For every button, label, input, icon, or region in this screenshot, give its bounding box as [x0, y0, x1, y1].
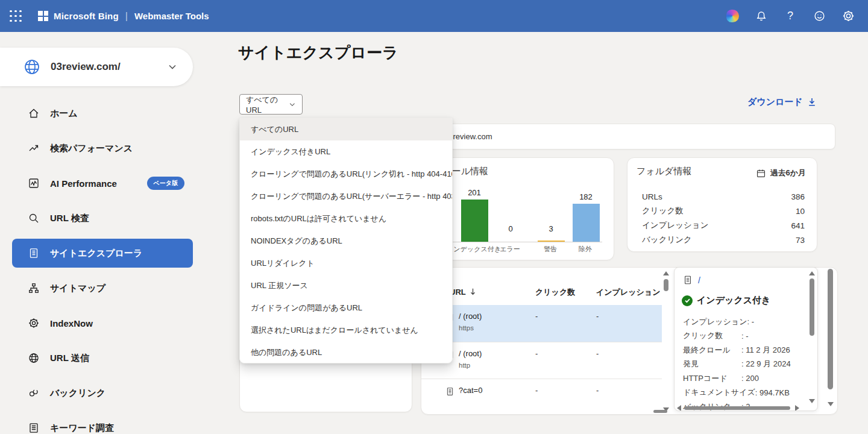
chart-bar-3 — [573, 204, 600, 242]
folder-info-rows: URLs386クリック数10インプレッション641バックリンク73 — [642, 189, 805, 247]
file-icon — [683, 275, 693, 285]
sidebar-item-sitemaps[interactable]: サイトマップ — [12, 274, 193, 303]
row-scheme: http — [459, 362, 470, 369]
site-name: 03review.com/ — [51, 61, 121, 73]
dropdown-option[interactable]: URLリダイレクト — [240, 252, 452, 274]
dropdown-option[interactable]: 他の問題のあるURL — [240, 341, 452, 363]
url-filter-dropdown-button[interactable]: すべてのURL — [239, 94, 303, 115]
microsoft-logo-icon — [38, 11, 48, 21]
table-row[interactable]: / (root)http-- — [421, 342, 662, 379]
dropdown-option[interactable]: ガイドラインの問題があるURL — [240, 297, 452, 319]
table-row[interactable]: / (root)https-- — [421, 305, 662, 342]
period-selector[interactable]: 過去6か月 — [756, 168, 806, 178]
site-selector[interactable]: 03review.com/ — [0, 48, 193, 86]
row-scheme: https — [459, 324, 474, 332]
sidebar-item-label: AI Performance — [50, 178, 117, 189]
help-icon[interactable]: ? — [784, 10, 797, 23]
chevron-down-icon — [168, 62, 177, 72]
dropdown-option[interactable]: クローリングで問題のあるURL(リンク切れ - http 404-410) — [240, 163, 452, 185]
sidebar-item-ai-performance[interactable]: AI Performance ベータ版 — [12, 169, 193, 198]
dropdown-option[interactable]: robots.txtのURLは許可されていません — [240, 207, 452, 230]
feedback-smiley-icon[interactable] — [813, 10, 826, 23]
chevron-down-icon — [289, 101, 296, 108]
dropdown-option[interactable]: URL 正規ソース — [240, 274, 452, 297]
table-horizontal-scrollbar[interactable] — [653, 410, 667, 413]
url-search-bar[interactable]: 03review.com — [424, 124, 835, 149]
row-impressions: - — [596, 312, 599, 321]
sidebar-item-label: キーワード調査 — [50, 423, 114, 434]
sort-descending-icon — [468, 287, 477, 297]
sidebar-item-home[interactable]: ホーム — [12, 99, 193, 128]
brand-title[interactable]: Microsoft Bing — [54, 11, 119, 21]
sitemap-icon — [28, 282, 40, 294]
table-vertical-scrollbar[interactable] — [662, 269, 671, 414]
trend-icon — [28, 142, 40, 154]
url-table-body: / (root)https--/ (root)http--?cat=0-- — [421, 305, 662, 409]
document-list-icon — [28, 247, 40, 259]
link-icon — [28, 387, 40, 399]
sidebar-item-keyword-research[interactable]: キーワード調査 — [12, 414, 193, 434]
globe-icon — [28, 352, 40, 364]
notifications-bell-icon[interactable] — [755, 10, 768, 23]
file-icon — [445, 386, 454, 397]
download-icon — [807, 97, 817, 107]
folder-info-row: URLs386 — [642, 189, 805, 204]
detail-row: 最終クロール: 11 2 月 2026 — [683, 343, 810, 357]
sidebar-item-label: URL 送信 — [50, 353, 89, 364]
dropdown-option[interactable]: 選択されたURLはまだクロールされていません — [240, 319, 452, 341]
chart-bar-value: 182 — [568, 192, 604, 201]
gear-icon — [28, 317, 40, 329]
keyword-list-icon — [28, 422, 40, 434]
sidebar-item-url-submission[interactable]: URL 送信 — [12, 344, 193, 373]
download-link[interactable]: ダウンロード — [747, 96, 817, 108]
row-impressions: - — [596, 349, 599, 358]
folder-info-card: フォルダ情報 過去6か月 URLs386クリック数10インプレッション641バッ… — [627, 157, 817, 252]
chart-bar-0 — [461, 200, 488, 242]
top-app-bar: Microsoft Bing | Webmaster Tools ? — [0, 0, 868, 32]
sidebar-item-indexnow[interactable]: IndexNow — [12, 309, 193, 338]
index-status-label: インデックス付き — [697, 295, 770, 306]
copilot-icon[interactable] — [726, 10, 739, 23]
brand-divider: | — [125, 11, 128, 22]
detail-horizontal-scrollbar[interactable] — [675, 405, 807, 411]
dropdown-option[interactable]: NOINDEXタグのあるURL — [240, 230, 452, 252]
section-vertical-scrollbar[interactable] — [826, 267, 836, 415]
dropdown-option[interactable]: インデックス付きURL — [240, 140, 452, 163]
row-clicks: - — [535, 386, 538, 395]
column-header-url[interactable]: URL — [450, 287, 477, 297]
column-header-clicks[interactable]: クリック数 — [535, 287, 575, 298]
sidebar-item-label: IndexNow — [50, 318, 93, 329]
period-label: 過去6か月 — [770, 168, 806, 178]
calendar-icon — [756, 168, 766, 178]
sidebar-item-search-performance[interactable]: 検索パフォーマンス — [12, 134, 193, 163]
sidebar-item-label: サイトマップ — [50, 283, 105, 294]
sidebar-item-backlinks[interactable]: バックリンク — [12, 379, 193, 407]
detail-vertical-scrollbar[interactable] — [808, 268, 817, 411]
detail-row: インプレッション: - — [683, 315, 810, 329]
row-clicks: - — [535, 312, 538, 321]
folder-info-row: インプレッション641 — [642, 218, 805, 233]
indexed-check-icon — [682, 295, 693, 306]
url-detail-panel: / インデックス付き インプレッション: -クリック数: -最終クロール: 11… — [674, 267, 818, 411]
detail-row: 発見: 22 9 月 2024 — [683, 357, 810, 372]
detail-row: クリック数: - — [683, 329, 810, 344]
sidebar-item-site-explorer[interactable]: サイトエクスプローラ — [12, 239, 193, 268]
row-clicks: - — [535, 349, 538, 358]
detail-path-link[interactable]: / — [698, 275, 700, 285]
sidebar-item-label: 検索パフォーマンス — [50, 143, 133, 154]
sidebar-item-url-inspection[interactable]: URL 検査 — [12, 204, 193, 233]
settings-gear-icon[interactable] — [841, 10, 855, 23]
download-label: ダウンロード — [747, 96, 803, 108]
page-title: サイトエクスプローラ — [238, 42, 398, 63]
row-url: ?cat=0 — [459, 386, 482, 395]
filter-selected-label: すべてのURL — [246, 95, 289, 115]
dropdown-option[interactable]: クローリングで問題のあるURL(サーバーエラー - http 403、5xx) — [240, 185, 452, 207]
table-row[interactable]: ?cat=0-- — [421, 379, 662, 409]
row-url: / (root) — [459, 312, 482, 321]
product-title[interactable]: Webmaster Tools — [134, 11, 209, 21]
app-launcher-waffle-icon[interactable] — [7, 7, 25, 25]
folder-info-row: バックリンク73 — [642, 233, 805, 247]
column-header-impressions[interactable]: インプレッション — [596, 287, 660, 298]
dropdown-option[interactable]: すべてのURL — [240, 118, 452, 140]
chart-category-label: 除外 — [552, 245, 618, 254]
